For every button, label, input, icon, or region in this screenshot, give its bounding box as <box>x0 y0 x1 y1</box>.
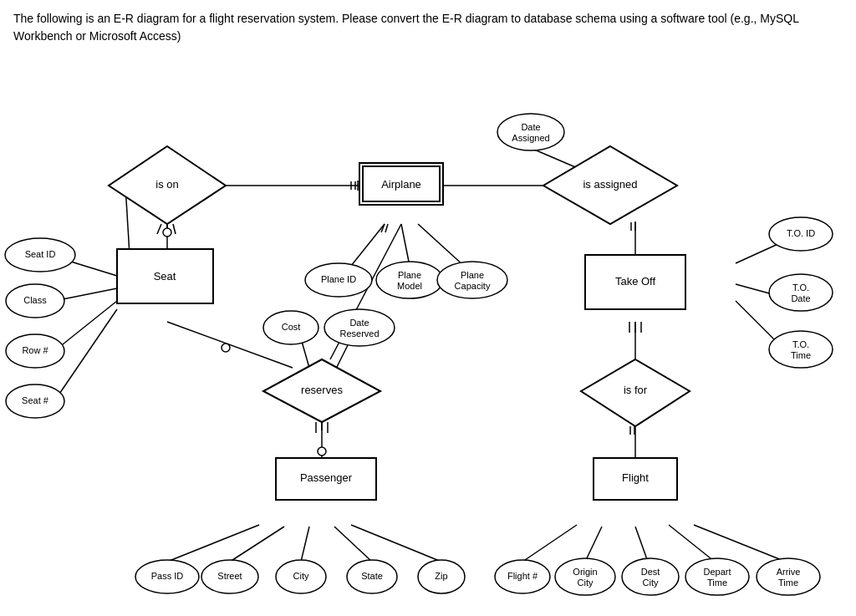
row-label: Row # <box>22 345 48 355</box>
takeoff-label: Take Off <box>615 275 656 288</box>
reserves-crow-circle <box>318 447 326 456</box>
is-on-label: is on <box>155 178 178 191</box>
cost-label: Cost <box>282 322 301 332</box>
svg-line-7 <box>418 224 464 266</box>
depart-time-label1: Depart <box>703 567 731 577</box>
depart-time-label2: Time <box>707 578 727 588</box>
plane-capacity-label1: Plane <box>461 270 484 280</box>
origin-city-label1: Origin <box>573 567 597 577</box>
svg-line-27 <box>522 525 577 562</box>
svg-line-39 <box>173 224 176 234</box>
class-label: Class <box>23 295 47 305</box>
pass-id-label: Pass ID <box>151 571 184 581</box>
plane-model-label2: Model <box>397 281 422 291</box>
svg-line-23 <box>230 527 284 562</box>
street-label: Street <box>217 571 242 581</box>
date-assigned-label2: Assigned <box>512 133 549 143</box>
passenger-label: Passenger <box>300 471 353 484</box>
to-date-label1: T.O. <box>792 283 809 293</box>
to-date-label2: Date <box>791 293 810 303</box>
plane-model-label1: Plane <box>398 270 421 280</box>
svg-line-22 <box>167 525 259 562</box>
svg-line-25 <box>334 527 372 562</box>
er-diagram: Airplane Seat Take Off Flight Passenger … <box>0 0 856 616</box>
svg-line-28 <box>585 527 602 562</box>
reserves-label: reserves <box>301 384 343 396</box>
arrive-time-label1: Arrive <box>777 567 801 577</box>
state-label: State <box>361 571 383 581</box>
date-assigned-label1: Date <box>521 122 540 132</box>
plane-capacity-label2: Capacity <box>455 281 491 291</box>
origin-city-label2: City <box>578 578 594 588</box>
svg-line-12 <box>736 242 782 263</box>
airplane-label: Airplane <box>381 178 421 191</box>
dest-city-label1: Dest <box>641 567 660 577</box>
seat-num-label: Seat # <box>22 395 49 405</box>
to-id-label: T.O. ID <box>787 228 815 238</box>
date-reserved-label2: Reserved <box>339 328 379 339</box>
date-reserved-label1: Date <box>349 318 369 328</box>
to-time-label1: T.O. <box>792 339 809 349</box>
svg-line-51 <box>385 224 388 232</box>
city-label: City <box>293 571 309 581</box>
svg-line-10 <box>54 301 117 351</box>
svg-line-6 <box>401 224 410 266</box>
flight-num-label: Flight # <box>507 571 538 581</box>
dest-city-label2: City <box>643 578 659 588</box>
zip-label: Zip <box>435 571 447 581</box>
svg-line-29 <box>635 527 648 562</box>
crow-foot-circle <box>163 228 171 237</box>
is-assigned-label: is assigned <box>583 178 637 191</box>
flight-label: Flight <box>622 471 649 484</box>
seat-label: Seat <box>154 270 176 283</box>
svg-line-24 <box>301 527 309 562</box>
seat-id-label: Seat ID <box>25 249 56 259</box>
svg-line-5 <box>351 224 385 266</box>
svg-line-26 <box>351 525 441 562</box>
seat-reserves-circle <box>222 344 230 352</box>
arrive-time-label2: Time <box>778 578 798 588</box>
plane-id-label: Plane ID <box>321 274 356 284</box>
is-for-label: is for <box>624 384 648 396</box>
svg-line-37 <box>157 224 161 234</box>
to-time-label2: Time <box>791 350 811 360</box>
